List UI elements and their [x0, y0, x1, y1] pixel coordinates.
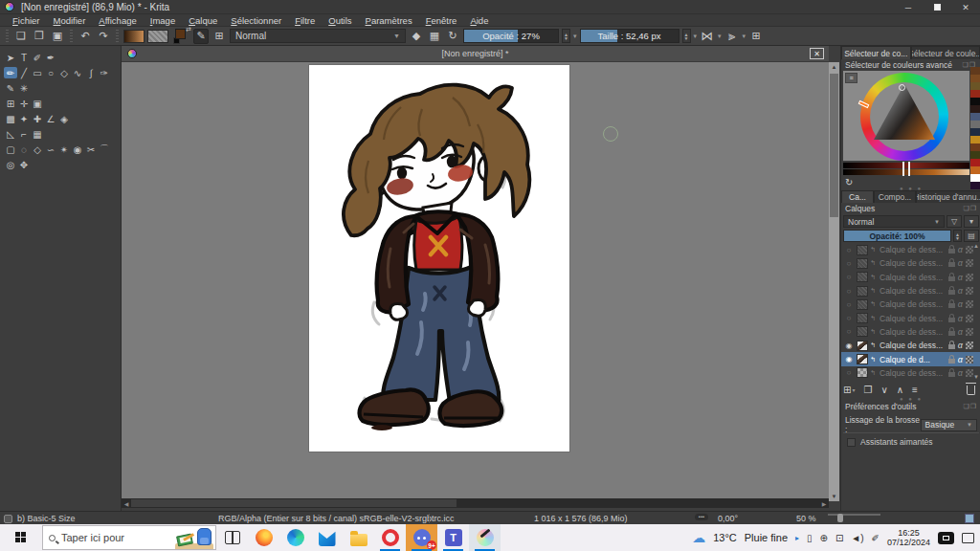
menu-aide[interactable]: Aide — [463, 15, 495, 26]
assistants-tool[interactable]: ◺ — [4, 128, 17, 140]
preserve-alpha-button[interactable]: ▦ — [427, 29, 442, 44]
eraser-mode-button[interactable]: ◆ — [409, 29, 424, 44]
move-layer-down-button[interactable]: ∨ — [880, 385, 887, 395]
freehand-path-tool[interactable]: ✑ — [98, 67, 111, 78]
mirror-horizontal-button[interactable]: ⋈ — [700, 29, 715, 44]
hue-ring[interactable] — [860, 73, 948, 161]
dynamic-brush-tool[interactable]: ✎ — [4, 82, 17, 94]
menu-filtre[interactable]: Filtre — [288, 15, 322, 26]
history-swatch[interactable] — [970, 67, 980, 75]
open-document-button[interactable]: ❒ — [32, 29, 47, 44]
history-swatch[interactable] — [970, 75, 980, 82]
blending-mode-select[interactable]: Normal ▼ — [230, 29, 406, 43]
menu-modifier[interactable]: Modifier — [47, 15, 93, 26]
menu-paramtres[interactable]: Paramètres — [359, 15, 419, 26]
layer-name[interactable]: Calque de dess... — [880, 258, 947, 268]
layer-lock-icon[interactable] — [948, 290, 955, 295]
history-swatch[interactable] — [970, 143, 980, 151]
layer-row[interactable]: ○↰Calque de dess...α — [841, 256, 980, 270]
layer-thumbnail[interactable] — [857, 258, 868, 269]
taskbar-app-edge[interactable] — [279, 524, 311, 551]
layer-visible-eye-icon[interactable]: ◉ — [843, 355, 855, 364]
layer-row[interactable]: ○↰Calque de dess...α — [841, 311, 980, 324]
taskbar-app-discord[interactable]: 9+ — [406, 524, 437, 551]
canvas-page[interactable] — [309, 65, 569, 452]
history-swatch[interactable] — [970, 174, 980, 182]
wraparound-mode-button[interactable]: ⊞ — [748, 29, 764, 44]
contiguous-select-tool[interactable]: ◉ — [71, 143, 84, 155]
layer-name[interactable]: Calque de dess... — [880, 368, 947, 378]
shade-strip-2[interactable] — [843, 169, 969, 175]
magnetic-select-tool[interactable]: ⌒ — [98, 143, 111, 155]
docker-float-icon[interactable]: ❏❐ — [963, 403, 977, 410]
taskbar-app-krita[interactable] — [469, 524, 501, 551]
pan-tool[interactable]: ✥ — [17, 159, 31, 170]
layer-lock-icon[interactable] — [948, 331, 955, 336]
history-swatch[interactable] — [970, 90, 980, 98]
mirror-vertical-button[interactable]: ⫸ — [724, 29, 740, 44]
scroll-up-icon[interactable]: ▲ — [829, 62, 839, 72]
similar-color-select-tool[interactable]: ✴ — [57, 143, 71, 155]
document-close-button[interactable]: ✕ — [810, 48, 824, 59]
volume-tray-icon[interactable]: ◄) — [851, 533, 863, 543]
shade-strip-1[interactable] — [843, 163, 969, 168]
layer-alpha-lock-icon[interactable]: α — [958, 368, 963, 378]
canvas-angle-value[interactable]: 0,00° — [718, 514, 738, 523]
canvas-horizontal-scrollbar[interactable]: ◀ ▶ — [122, 498, 829, 508]
layer-name[interactable]: Calque de dess... — [880, 245, 947, 254]
layer-lock-icon[interactable] — [948, 359, 955, 364]
layer-filter-icon[interactable]: ▽ — [947, 215, 962, 228]
snap-assistants-checkbox[interactable] — [847, 438, 856, 447]
layer-alpha-lock-icon[interactable]: α — [958, 355, 963, 364]
tool-options-header[interactable]: Préférences d'outils ❏❐ — [841, 401, 980, 412]
layer-hidden-eye-icon[interactable]: ○ — [843, 300, 855, 309]
docker-float-icon[interactable]: ❏❐ — [963, 205, 977, 212]
tab-color-selector[interactable]: Sélecteur de co... — [841, 46, 911, 59]
zoom-fit-icon[interactable] — [965, 514, 974, 523]
network-tray-icon[interactable]: ⊕ — [820, 533, 828, 543]
weather-temp[interactable]: 13°C — [713, 532, 737, 543]
colorspace-info[interactable]: RGB/Alpha (Entier sur 8 bits / canal) sR… — [218, 514, 455, 523]
layer-alpha-lock-icon[interactable]: α — [958, 314, 963, 323]
brush-preset-name[interactable]: b) Basic-5 Size — [17, 514, 76, 523]
bezier-curve-tool[interactable]: ∫ — [84, 67, 98, 78]
swap-colors-icon[interactable]: ⇄ — [186, 26, 191, 33]
tab-compositions[interactable]: Compo... — [874, 190, 916, 203]
ime-tray-icon[interactable]: ⊡ — [835, 533, 843, 543]
multibrush-tool[interactable]: ✳ — [17, 82, 31, 94]
minimize-button[interactable]: ─ — [894, 0, 923, 14]
layer-row[interactable]: ○↰Calque de dess...α — [841, 284, 980, 298]
layer-lock-icon[interactable] — [948, 303, 955, 308]
layer-alpha-lock-icon[interactable]: α — [958, 245, 963, 254]
layer-lock-icon[interactable] — [948, 276, 955, 281]
size-slider[interactable]: Taille : 52,46 px — [580, 29, 679, 43]
move-tool[interactable]: ✛ — [17, 98, 31, 109]
layer-blending-mode-select[interactable]: Normal ▼ — [843, 215, 945, 228]
taskbar-app-task-view[interactable] — [216, 524, 248, 551]
text-tool[interactable]: T — [17, 52, 31, 63]
layer-thumbnail[interactable] — [857, 341, 868, 351]
history-swatch[interactable] — [970, 105, 980, 113]
layer-thumbnail[interactable] — [857, 299, 868, 310]
tab-color-selector-2[interactable]: Sélecteur de coule... — [911, 46, 980, 59]
close-button[interactable]: ✕ — [951, 0, 980, 14]
start-button[interactable] — [0, 524, 42, 551]
layer-thumbnail[interactable] — [857, 326, 868, 337]
weather-text[interactable]: Pluie fine — [745, 532, 788, 543]
taskbar-clock[interactable]: 16:25 07/12/2024 — [887, 528, 930, 547]
duplicate-layer-button[interactable]: ❐ — [863, 385, 872, 395]
layer-hidden-eye-icon[interactable]: ○ — [843, 273, 855, 281]
scroll-left-icon[interactable]: ◀ — [122, 498, 131, 508]
polygon-tool[interactable]: ◇ — [57, 67, 71, 78]
layer-visible-eye-icon[interactable]: ◉ — [843, 342, 855, 350]
scroll-down-icon[interactable]: ▼ — [829, 492, 839, 501]
history-swatch[interactable] — [970, 136, 980, 143]
undo-button[interactable]: ↶ — [78, 29, 93, 44]
freehand-brush-tool[interactable]: ✏ — [4, 67, 17, 78]
menu-outils[interactable]: Outils — [322, 15, 358, 26]
layer-thumbnail[interactable] — [857, 272, 868, 282]
tab-undo-history[interactable]: Historique d'annu... — [916, 190, 980, 203]
zoom-slider[interactable] — [828, 514, 880, 516]
layer-hidden-eye-icon[interactable]: ○ — [843, 368, 855, 377]
advanced-color-selector[interactable]: ≡ — [843, 71, 969, 161]
